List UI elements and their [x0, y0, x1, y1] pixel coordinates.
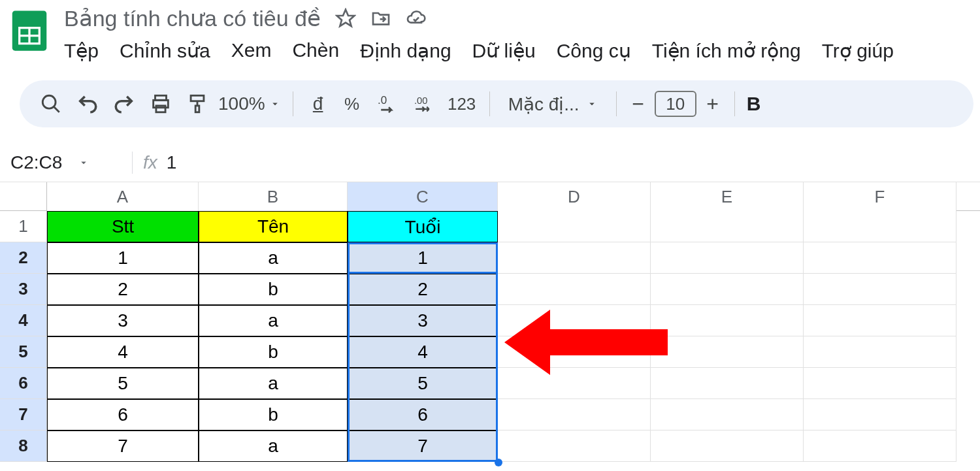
separator [616, 91, 617, 116]
menu-view[interactable]: Xem [231, 39, 272, 62]
cell-C8[interactable]: 7 [348, 430, 498, 462]
cell-E2[interactable] [651, 242, 804, 274]
menu-tools[interactable]: Công cụ [557, 39, 631, 62]
cell-F1[interactable] [804, 211, 956, 242]
menu-extensions[interactable]: Tiện ích mở rộng [652, 39, 801, 62]
sheets-logo[interactable] [7, 8, 52, 54]
paint-format-icon[interactable] [182, 88, 213, 120]
cell-F4[interactable] [804, 305, 956, 336]
row-header-7[interactable]: 7 [0, 399, 47, 430]
row-header-8[interactable]: 8 [0, 430, 47, 462]
font-size-input[interactable]: 10 [655, 91, 696, 117]
cell-C7[interactable]: 6 [348, 399, 498, 430]
increase-font-button[interactable]: + [703, 92, 723, 116]
col-header-C[interactable]: C [348, 182, 498, 211]
svg-text:.00: .00 [414, 95, 427, 106]
cell-F2[interactable] [804, 242, 956, 274]
cell-A2[interactable]: 1 [47, 242, 199, 274]
decrease-font-button[interactable]: − [629, 92, 648, 116]
formula-input[interactable]: 1 [167, 152, 177, 173]
cell-D7[interactable] [498, 399, 651, 430]
cell-D5[interactable] [498, 336, 651, 368]
chevron-down-icon[interactable] [78, 152, 90, 173]
bold-button[interactable]: B [747, 93, 761, 115]
cell-A8[interactable]: 7 [47, 430, 199, 462]
percent-button[interactable]: % [336, 94, 368, 114]
col-header-F[interactable]: F [804, 182, 956, 211]
cell-A4[interactable]: 3 [47, 305, 199, 336]
row-header-3[interactable]: 3 [0, 274, 47, 305]
cell-C6[interactable]: 5 [348, 368, 498, 399]
cell-A3[interactable]: 2 [47, 274, 199, 305]
cell-C2[interactable]: 1 [348, 242, 498, 274]
cell-D4[interactable] [498, 305, 651, 336]
svg-marker-4 [337, 10, 355, 26]
search-icon[interactable] [35, 88, 67, 120]
cell-A6[interactable]: 5 [47, 368, 199, 399]
font-size-control: − 10 + [629, 91, 723, 117]
name-box[interactable]: C2:C8 [10, 152, 122, 173]
row-header-2[interactable]: 2 [0, 242, 47, 274]
col-header-D[interactable]: D [498, 182, 651, 211]
cell-A7[interactable]: 6 [47, 399, 199, 430]
cell-E8[interactable] [651, 430, 804, 462]
cell-D2[interactable] [498, 242, 651, 274]
cell-F5[interactable] [804, 336, 956, 368]
decrease-decimal-icon[interactable]: .0 [373, 88, 404, 120]
cell-E7[interactable] [651, 399, 804, 430]
cell-B1[interactable]: Tên [199, 211, 348, 242]
cell-B4[interactable]: a [199, 305, 348, 336]
menu-insert[interactable]: Chèn [292, 39, 339, 62]
undo-icon[interactable] [72, 88, 103, 120]
cell-D1[interactable] [498, 211, 651, 242]
font-family-dropdown[interactable]: Mặc đị... [502, 93, 604, 115]
cell-B6[interactable]: a [199, 368, 348, 399]
menu-data[interactable]: Dữ liệu [472, 39, 536, 62]
cell-A1[interactable]: Stt [47, 211, 199, 242]
cell-D6[interactable] [498, 368, 651, 399]
cell-C1[interactable]: Tuổi [348, 211, 498, 242]
move-folder-icon[interactable] [370, 8, 391, 29]
row-header-5[interactable]: 5 [0, 336, 47, 368]
menu-edit[interactable]: Chỉnh sửa [120, 39, 210, 62]
menu-file[interactable]: Tệp [64, 39, 99, 62]
menu-format[interactable]: Định dạng [360, 39, 451, 62]
cell-F3[interactable] [804, 274, 956, 305]
cell-E3[interactable] [651, 274, 804, 305]
cell-B2[interactable]: a [199, 242, 348, 274]
format-123-button[interactable]: 123 [446, 94, 478, 114]
cell-F6[interactable] [804, 368, 956, 399]
cell-B7[interactable]: b [199, 399, 348, 430]
zoom-dropdown[interactable]: 100% [218, 93, 281, 114]
cell-E1[interactable] [651, 211, 804, 242]
redo-icon[interactable] [108, 88, 140, 120]
cell-C4[interactable]: 3 [348, 305, 498, 336]
cell-C5[interactable]: 4 [348, 336, 498, 368]
cell-A5[interactable]: 4 [47, 336, 199, 368]
cloud-saved-icon[interactable] [406, 8, 427, 29]
print-icon[interactable] [145, 88, 176, 120]
select-all-corner[interactable] [0, 182, 47, 210]
cell-F8[interactable] [804, 430, 956, 462]
cell-E5[interactable] [651, 336, 804, 368]
col-header-B[interactable]: B [199, 182, 348, 211]
doc-title[interactable]: Bảng tính chưa có tiêu đề [64, 5, 321, 31]
row-header-1[interactable]: 1 [0, 211, 47, 242]
col-header-E[interactable]: E [651, 182, 804, 211]
cell-E4[interactable] [651, 305, 804, 336]
star-icon[interactable] [335, 8, 356, 29]
cell-B8[interactable]: a [199, 430, 348, 462]
row-header-6[interactable]: 6 [0, 368, 47, 399]
col-header-A[interactable]: A [47, 182, 199, 211]
row-header-4[interactable]: 4 [0, 305, 47, 336]
cell-B5[interactable]: b [199, 336, 348, 368]
cell-B3[interactable]: b [199, 274, 348, 305]
increase-decimal-icon[interactable]: .00 [410, 88, 441, 120]
cell-E6[interactable] [651, 368, 804, 399]
cell-C3[interactable]: 2 [348, 274, 498, 305]
cell-D3[interactable] [498, 274, 651, 305]
currency-button[interactable]: đ [305, 93, 331, 114]
cell-F7[interactable] [804, 399, 956, 430]
menu-help[interactable]: Trợ giúp [822, 39, 894, 62]
cell-D8[interactable] [498, 430, 651, 462]
